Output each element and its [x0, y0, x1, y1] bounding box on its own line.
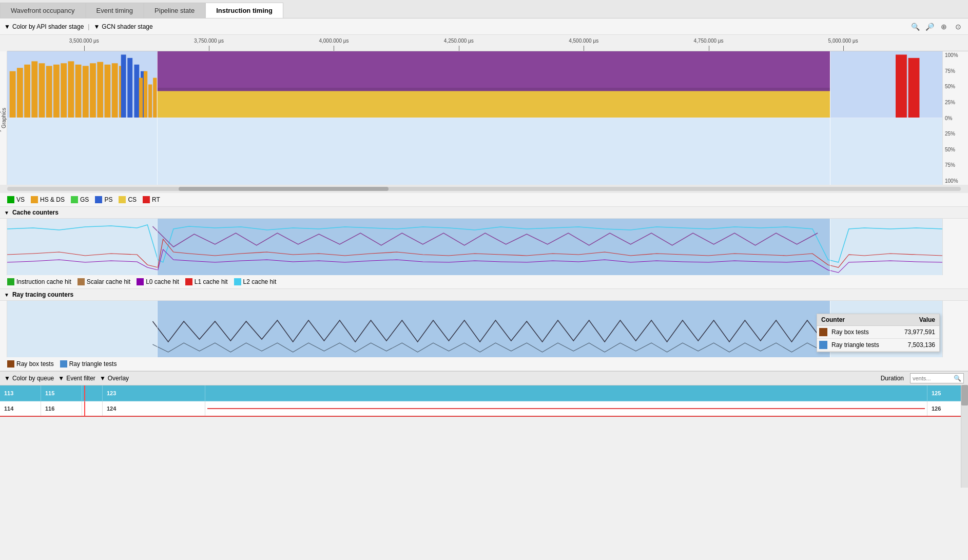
tab-instruction-timing[interactable]: Instruction timing: [205, 3, 283, 18]
svg-rect-5: [46, 66, 52, 118]
svg-rect-20: [139, 78, 143, 118]
ray-triangle-color: [60, 360, 67, 368]
l1-cache-color: [185, 278, 192, 285]
svg-rect-22: [148, 85, 152, 118]
zoom-in-icon[interactable]: ⊕: [938, 21, 950, 32]
rt-color: [143, 196, 150, 203]
event-cell-114: 114: [0, 401, 41, 416]
chevron-down-icon7: ▼: [100, 375, 106, 382]
search-icon: 🔍: [954, 375, 961, 382]
legend-hs-ds: HS & DS: [31, 196, 65, 203]
legend-vs: VS: [7, 196, 25, 203]
tab-bar: Wavefront occupancy Event timing Pipelin…: [0, 0, 968, 18]
svg-rect-23: [153, 78, 157, 118]
ps-color: [95, 196, 102, 203]
event-row-red-1[interactable]: 114 116 124 126: [0, 401, 968, 417]
ruler-label-1: 3,750.000 μs: [194, 38, 224, 44]
scalar-cache-color: [78, 278, 85, 285]
ray-chart-wrapper: Counter Value Ray box tests 73,977,591 R…: [0, 301, 968, 357]
svg-rect-10: [83, 66, 89, 118]
chevron-down-icon3: ▼: [4, 210, 9, 216]
cache-counters-header[interactable]: ▼ Cache counters: [0, 207, 968, 219]
zoom-search-icon[interactable]: 🔍: [909, 21, 921, 32]
event-search-input[interactable]: [913, 375, 954, 381]
shader-legend: VS HS & DS GS PS CS RT: [0, 193, 968, 207]
y-scale-right: 100% 75% 50% 25% 0% 25% 50% 75% 100%: [942, 51, 968, 185]
hs-ds-color: [31, 196, 38, 203]
legend-cs: CS: [119, 196, 137, 203]
event-search-box[interactable]: 🔍: [910, 373, 964, 383]
tab-event-timing[interactable]: Event timing: [86, 3, 144, 18]
event-cell-124: 124: [103, 401, 205, 416]
vs-color: [7, 196, 14, 203]
event-cell-113: 113: [0, 385, 41, 401]
event-red-line: [207, 408, 925, 409]
chevron-down-icon2: ▼: [93, 23, 100, 30]
legend-instruction-cache: Instruction cache hit: [7, 278, 71, 285]
event-cell-gap2: [82, 401, 103, 416]
counter-tooltip: Counter Value Ray box tests 73,977,591 R…: [817, 314, 940, 352]
wavefront-chart-main[interactable]: [7, 51, 942, 185]
main-toolbar: ▼ Color by API shader stage | ▼ GCN shad…: [0, 18, 968, 35]
event-filter-selector[interactable]: ▼ Event filter: [58, 375, 95, 382]
tooltip-row-ray-triangle: Ray triangle tests 7,503,136: [817, 339, 939, 352]
svg-rect-3: [31, 61, 37, 118]
svg-rect-21: [144, 71, 147, 118]
wavefront-chart-area: Graphics Async compute: [0, 51, 968, 185]
ruler-label-5: 4,750.000 μs: [694, 38, 724, 44]
svg-rect-25: [157, 51, 830, 91]
svg-rect-7: [61, 63, 67, 118]
tab-wavefront[interactable]: Wavefront occupancy: [0, 3, 86, 18]
ray-box-swatch: [819, 328, 827, 336]
tooltip-row-ray-box: Ray box tests 73,977,591: [817, 326, 939, 339]
legend-l2-cache: L2 cache hit: [234, 278, 277, 285]
zoom-reset-icon[interactable]: ⊙: [953, 21, 964, 32]
toolbar-zoom-controls: 🔍 🔎 ⊕ ⊙: [909, 21, 964, 32]
legend-rt: RT: [143, 196, 160, 203]
chevron-down-icon5: ▼: [4, 375, 10, 382]
svg-rect-28: [908, 58, 920, 118]
legend-ray-box: Ray box tests: [7, 360, 54, 368]
event-row-blue-1[interactable]: 113 115 123 125: [0, 385, 968, 401]
vertical-scrollbar[interactable]: [961, 385, 968, 488]
svg-rect-13: [104, 65, 110, 118]
ruler-label-4: 4,500.000 μs: [569, 38, 598, 44]
chevron-down-icon4: ▼: [4, 292, 9, 298]
toolbar-separator: |: [88, 23, 89, 30]
event-cell-123: 123: [103, 385, 205, 401]
svg-rect-26: [157, 88, 830, 91]
scrollbar-thumb-v[interactable]: [961, 385, 968, 405]
ray-chart[interactable]: [7, 301, 942, 357]
gcn-selector[interactable]: ▼ GCN shader stage: [93, 23, 152, 30]
legend-gs: GS: [71, 196, 89, 203]
color-queue-selector[interactable]: ▼ Color by queue: [4, 375, 54, 382]
legend-ray-triangle: Ray triangle tests: [60, 360, 117, 368]
instruction-cache-color: [7, 278, 14, 285]
event-toolbar: ▼ Color by queue ▼ Event filter ▼ Overla…: [0, 371, 968, 385]
zoom-out-icon[interactable]: 🔎: [924, 21, 935, 32]
ray-tracing-header[interactable]: ▼ Ray tracing counters: [0, 289, 968, 301]
ruler-label-2: 4,000.000 μs: [319, 38, 349, 44]
svg-rect-1: [17, 68, 23, 118]
scrollbar-thumb[interactable]: [179, 187, 389, 191]
ray-legend: Ray box tests Ray triangle tests: [0, 357, 968, 371]
color-by-selector[interactable]: ▼ Color by API shader stage: [4, 23, 84, 30]
gs-color: [71, 196, 78, 203]
overlay-selector[interactable]: ▼ Overlay: [100, 375, 129, 382]
svg-rect-17: [127, 58, 132, 118]
cache-chart[interactable]: [7, 219, 942, 275]
svg-rect-4: [39, 63, 45, 118]
cache-legend: Instruction cache hit Scalar cache hit L…: [0, 275, 968, 289]
l2-cache-color: [234, 278, 241, 285]
svg-rect-27: [896, 54, 907, 118]
scrollbar-track[interactable]: [7, 187, 961, 191]
svg-rect-8: [68, 61, 74, 118]
svg-rect-2: [24, 65, 30, 118]
tab-pipeline[interactable]: Pipeline state: [144, 3, 205, 18]
y-axis-graphics: Graphics Async compute: [0, 51, 7, 185]
legend-scalar-cache: Scalar cache hit: [78, 278, 130, 285]
svg-rect-9: [75, 65, 82, 118]
svg-rect-16: [121, 54, 126, 118]
ruler-label-3: 4,250.000 μs: [444, 38, 474, 44]
scrollbar-area[interactable]: [0, 185, 968, 193]
